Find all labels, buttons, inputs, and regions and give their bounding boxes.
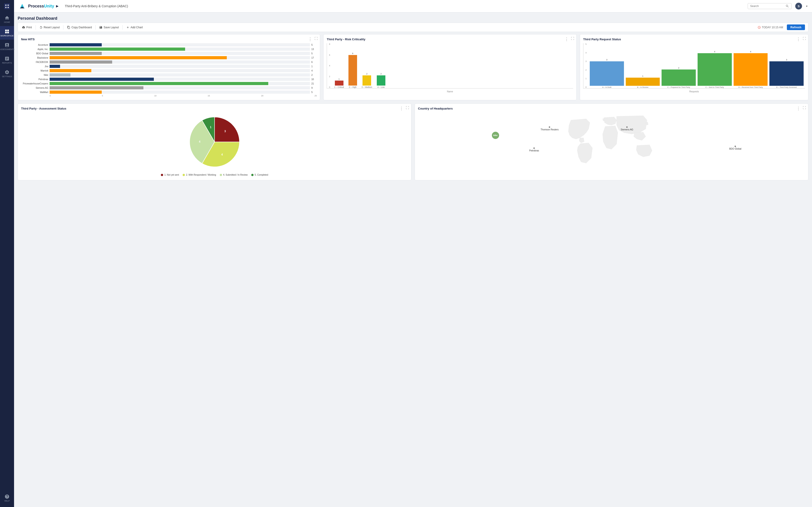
req-bar xyxy=(662,69,696,86)
hbar-row: FACEBOOK 6 xyxy=(21,60,317,64)
timestamp: TODAY 10:15 AM xyxy=(758,26,783,29)
pie-chart-container: 3441 1. Not yet sent 2. With Respondent … xyxy=(21,112,408,176)
sidebar-item-reports[interactable]: REPORTS xyxy=(0,53,14,67)
risk-bar-value: 2 xyxy=(380,73,382,75)
legend-dot-3 xyxy=(251,174,254,176)
sidebar-item-workspace[interactable]: WORKSPACE xyxy=(0,26,14,40)
pie-label-1: 4 xyxy=(221,153,223,156)
svg-point-3 xyxy=(5,7,7,8)
sidebar-item-assessments[interactable]: ASSESSMENTS xyxy=(0,40,14,53)
request-status-expand[interactable]: ⛶ xyxy=(803,37,806,40)
add-icon xyxy=(126,26,130,29)
country-hq-expand[interactable]: ⛶ xyxy=(803,106,806,110)
legend-label-0: 1. Not yet sent xyxy=(164,174,179,176)
hbar-value: 5 xyxy=(311,91,317,94)
risk-bar-value: 1 xyxy=(339,78,340,80)
hbar-label: BDO Global xyxy=(21,52,48,55)
pie-legend: 1. Not yet sent 2. With Respondent / Wor… xyxy=(161,174,268,176)
country-hq-menu[interactable]: ⋮ xyxy=(796,106,801,111)
sidebar-item-home[interactable]: HOME xyxy=(0,12,14,26)
search-box[interactable] xyxy=(748,3,792,9)
request-bar-group: 2 C – Prepared for Third Party xyxy=(662,67,696,88)
hbar-fill xyxy=(50,69,91,72)
hbar-label: PricewaterhouseCoopers xyxy=(21,82,48,85)
sidebar-label-assessments: ASSESSMENTS xyxy=(0,48,15,51)
svg-point-2 xyxy=(7,5,9,6)
new-hits-expand[interactable]: ⛶ xyxy=(314,37,318,40)
app-logo-icon xyxy=(4,3,10,10)
risk-bar-group: 2 3 – Medium xyxy=(362,73,372,88)
dashboard-title: Personal Dashboard xyxy=(18,16,808,21)
copy-dashboard-button[interactable]: Copy Dashboard xyxy=(66,25,93,30)
print-label: Print xyxy=(26,26,32,29)
risk-bar-label: 2 – High xyxy=(349,86,357,88)
req-bar xyxy=(769,61,804,86)
new-hits-menu[interactable]: ⋮ xyxy=(308,37,312,42)
hbar-row: BDO Global 5 xyxy=(21,52,317,55)
workspace-icon xyxy=(5,29,9,34)
sidebar-label-reports: REPORTS xyxy=(2,62,12,64)
add-chart-button[interactable]: Add Chart xyxy=(125,25,144,30)
app-header: ProcessUnity ► Third-Party Anti-Bribery … xyxy=(14,0,812,12)
pie-chart: 3441 xyxy=(185,112,244,171)
sidebar-label-home: HOME xyxy=(4,21,10,23)
save-layout-button[interactable]: Save Layout xyxy=(98,25,120,30)
risk-bar xyxy=(377,75,386,86)
request-status-chart: 012345 3 A – In Draft 1 B – In Review 2 … xyxy=(583,43,805,89)
settings-icon xyxy=(5,70,9,75)
hbar-fill xyxy=(50,52,102,55)
hbar-row: Petrobras 10 xyxy=(21,78,317,81)
request-bar-group: 1 B – In Review xyxy=(626,75,660,88)
hbar-row: Siemens AG 9 xyxy=(21,86,317,90)
copy-dashboard-label: Copy Dashboard xyxy=(71,26,92,29)
hbar-label: Jira xyxy=(21,65,48,68)
hbar-track xyxy=(50,56,310,59)
country-hq-title: Country of Headquarters xyxy=(418,107,805,110)
request-bar-group: 3 E – Third Party Screened xyxy=(769,59,804,88)
req-bar-label: A – In Draft xyxy=(602,86,611,88)
help-icon xyxy=(5,494,9,499)
risk-criticality-expand[interactable]: ⛶ xyxy=(571,37,574,40)
print-button[interactable]: Print xyxy=(21,25,33,30)
request-status-axis-label: Requests xyxy=(583,90,805,93)
risk-bar xyxy=(335,80,344,86)
legend-dot-2 xyxy=(220,174,222,176)
hbar-value: 6 xyxy=(311,61,317,63)
risk-criticality-menu[interactable]: ⋮ xyxy=(565,37,569,42)
save-layout-label: Save Layout xyxy=(104,26,119,29)
request-status-menu[interactable]: ⋮ xyxy=(796,37,801,42)
user-avatar[interactable]: S xyxy=(795,3,802,9)
assessment-status-menu[interactable]: ⋮ xyxy=(399,106,404,111)
refresh-button[interactable]: Refresh xyxy=(787,24,805,30)
user-menu-chevron[interactable]: ▼ xyxy=(806,5,808,7)
hbar-fill xyxy=(50,86,143,90)
assessment-status-card: Third Party - Assessment Status ⋮ ⛶ 3441… xyxy=(18,103,411,180)
toolbar-divider-3 xyxy=(95,25,96,30)
hbar-value: 10 xyxy=(311,78,317,80)
search-input[interactable] xyxy=(750,5,784,8)
new-hits-chart: Accenture 5 Apple, Inc. 13 BDO Global 5 … xyxy=(21,43,317,94)
req-bar-label: D – Received from Third Party xyxy=(739,86,763,88)
toolbar-divider-2 xyxy=(63,25,63,30)
hbar-label: FACEBOOK xyxy=(21,61,48,63)
reset-layout-label: Reset Layout xyxy=(44,26,60,29)
req-bar xyxy=(626,78,660,86)
processunity-logo-icon xyxy=(18,2,26,10)
sidebar-item-settings[interactable]: SETTINGS xyxy=(0,67,14,80)
assessment-status-expand[interactable]: ⛶ xyxy=(406,106,409,110)
pie-segment-0 xyxy=(214,117,240,142)
req-bar-value: 4 xyxy=(714,51,715,53)
sidebar-item-help[interactable]: HELP xyxy=(0,491,14,505)
risk-bar-group: 2 4 – Low xyxy=(377,73,386,88)
hbar-track xyxy=(50,78,310,81)
risk-bar-label: 1 – Critical xyxy=(334,86,344,88)
req-bar-value: 3 xyxy=(606,59,607,61)
reset-layout-button[interactable]: Reset Layout xyxy=(39,25,61,30)
hbar-row: Accenture 5 xyxy=(21,43,317,46)
pie-label-3: 1 xyxy=(210,126,212,129)
legend-label-1: 2. With Respondent / Working xyxy=(186,174,216,176)
hbar-track xyxy=(50,82,310,85)
hbar-track xyxy=(50,48,310,51)
dashboard-content: Personal Dashboard Print Reset Layout Co… xyxy=(14,12,812,507)
hbar-value: 21 xyxy=(311,82,317,85)
